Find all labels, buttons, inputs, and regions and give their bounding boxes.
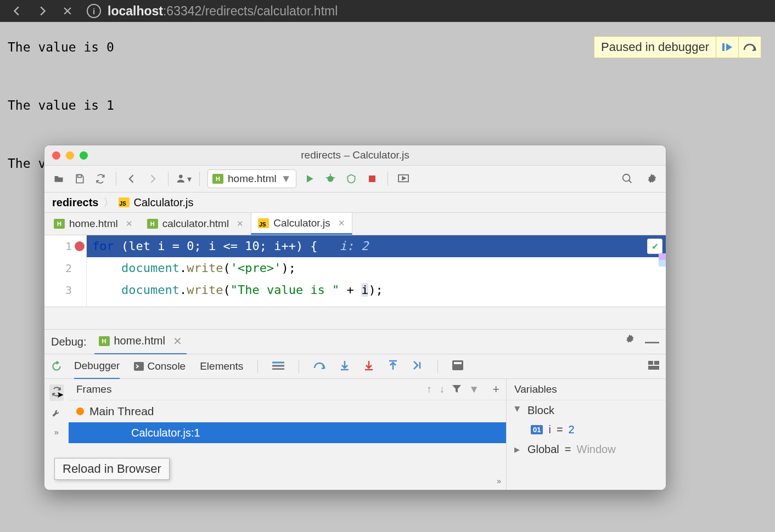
forward-icon[interactable] — [36, 5, 48, 17]
nav-forward-icon[interactable] — [145, 171, 160, 186]
breadcrumb-file[interactable]: Calculator.js — [134, 196, 194, 209]
window-titlebar[interactable]: redirects – Calculator.js — [44, 145, 666, 166]
svg-rect-11 — [369, 176, 375, 182]
close-window-icon[interactable] — [52, 151, 60, 160]
step-into-icon[interactable] — [340, 360, 350, 373]
debug-icon[interactable] — [323, 171, 338, 186]
line-number[interactable]: 3 — [44, 279, 86, 301]
editor-gutter[interactable]: 1 2 3 — [44, 235, 87, 307]
info-icon[interactable]: i — [87, 4, 101, 18]
inspection-ok-icon[interactable]: ✔ — [647, 239, 662, 254]
tab-calculator-html[interactable]: Hcalculator.html✕ — [140, 213, 251, 235]
breadcrumb-root[interactable]: redirects — [52, 196, 99, 209]
save-icon[interactable] — [72, 171, 87, 186]
frames-header: Frames — [76, 383, 111, 395]
scrollbar-marker — [659, 253, 666, 260]
gear-icon[interactable] — [624, 333, 635, 350]
tool-window-splitter[interactable] — [44, 307, 666, 330]
variables-panel: Variables ▸Block 01i = 2 ▸Global = Windo… — [507, 379, 666, 490]
breadcrumbs[interactable]: redirects 〉 JS Calculator.js — [44, 193, 666, 213]
inline-value-hint: i: 2 — [339, 239, 368, 253]
run-icon[interactable] — [302, 171, 317, 186]
code-line-1[interactable]: for (let i = 0; i <= 10; i++) { i: 2 — [87, 235, 666, 257]
sync-icon[interactable] — [93, 171, 108, 186]
variable-i[interactable]: 01i = 2 — [507, 420, 666, 439]
step-over-icon[interactable] — [313, 360, 325, 373]
window-title: redirects – Calculator.js — [301, 149, 409, 161]
step-out-icon[interactable] — [388, 360, 398, 373]
svg-rect-4 — [78, 175, 82, 178]
stop-icon[interactable] — [61, 5, 74, 17]
tab-label: home.html — [69, 218, 118, 230]
code-editor[interactable]: 1 2 3 for (let i = 0; i <= 10; i++) { i:… — [44, 235, 666, 307]
svg-rect-29 — [452, 360, 463, 370]
tab-home-html[interactable]: Hhome.html✕ — [47, 213, 140, 235]
step-over-icon[interactable] — [738, 37, 761, 58]
debug-session-tab[interactable]: H home.html ✕ — [94, 329, 187, 355]
browser-toolbar: i localhost:63342/redirects/calculator.h… — [0, 0, 775, 22]
svg-point-14 — [623, 174, 630, 182]
chevron-down-icon[interactable]: ▼ — [469, 383, 479, 395]
coverage-icon[interactable] — [344, 171, 359, 186]
code-line-2[interactable]: document.write('<pre>'); — [87, 257, 666, 279]
expand-icon[interactable]: » — [497, 477, 501, 485]
wrench-icon[interactable] — [51, 408, 62, 421]
reload-icon[interactable]: ➤ — [49, 384, 64, 401]
evaluate-icon[interactable] — [452, 360, 463, 373]
resume-icon[interactable] — [716, 37, 738, 58]
html-file-icon: H — [54, 219, 65, 229]
close-tab-icon[interactable]: ✕ — [126, 219, 133, 229]
console-tab[interactable]: Console — [134, 354, 186, 378]
run-target-icon[interactable] — [396, 171, 411, 186]
elements-tab[interactable]: Elements — [200, 354, 243, 378]
line-number[interactable]: 1 — [44, 235, 86, 257]
user-icon[interactable]: ▾ — [176, 171, 192, 186]
debug-session-label: home.html — [114, 335, 165, 347]
svg-point-5 — [179, 175, 183, 179]
tab-calculator-js[interactable]: JSCalculator.js✕ — [251, 213, 352, 235]
search-icon[interactable] — [620, 171, 635, 186]
add-icon[interactable]: + — [492, 382, 499, 397]
address-bar[interactable]: i localhost:63342/redirects/calculator.h… — [87, 4, 338, 19]
svg-rect-32 — [654, 361, 659, 365]
svg-line-15 — [629, 180, 632, 183]
frame-up-icon[interactable]: ↑ — [426, 383, 432, 395]
gear-icon[interactable] — [644, 171, 659, 186]
stack-frame-selected[interactable]: Calculator.js:1 — [69, 422, 506, 443]
back-icon[interactable] — [11, 5, 23, 17]
variable-scope-block[interactable]: ▸Block — [507, 400, 666, 420]
close-tab-icon[interactable]: ✕ — [338, 218, 345, 228]
run-config-dropdown[interactable]: H home.html ▼ — [207, 169, 296, 188]
code-area[interactable]: for (let i = 0; i <= 10; i++) { i: 2 doc… — [87, 235, 666, 307]
run-to-cursor-icon[interactable] — [412, 360, 423, 373]
window-controls[interactable] — [44, 151, 88, 160]
thread-row[interactable]: Main Thread — [69, 400, 506, 422]
minimize-panel-icon[interactable]: — — [645, 333, 659, 350]
close-tab-icon[interactable]: ✕ — [237, 219, 244, 229]
svg-point-7 — [327, 176, 333, 182]
stop-run-icon[interactable] — [364, 171, 380, 186]
frame-down-icon[interactable]: ↓ — [440, 383, 445, 395]
rerun-icon[interactable] — [44, 354, 69, 378]
threads-icon[interactable] — [272, 360, 284, 372]
html-file-icon: H — [99, 336, 110, 346]
filter-icon[interactable] — [452, 383, 461, 395]
nav-back-icon[interactable] — [124, 171, 139, 186]
layout-icon[interactable] — [648, 361, 659, 372]
code-line-3[interactable]: document.write("The value is " + i); — [87, 279, 666, 301]
force-step-into-icon[interactable] — [364, 360, 374, 373]
open-icon[interactable] — [51, 171, 66, 186]
tab-label: calculator.html — [162, 218, 229, 230]
more-icon[interactable]: » — [54, 427, 59, 437]
html-file-icon: H — [147, 219, 158, 229]
debugger-tab[interactable]: Debugger — [74, 354, 120, 380]
svg-rect-33 — [648, 366, 659, 370]
close-tab-icon[interactable]: ✕ — [173, 335, 182, 348]
js-file-icon: JS — [258, 218, 269, 228]
tab-label: Calculator.js — [273, 217, 330, 229]
zoom-window-icon[interactable] — [80, 151, 88, 160]
line-number[interactable]: 2 — [44, 257, 86, 279]
reload-in-browser-tooltip: Reload in Browser — [54, 458, 170, 480]
variable-scope-global[interactable]: ▸Global = Window — [507, 439, 666, 459]
minimize-window-icon[interactable] — [66, 151, 74, 160]
